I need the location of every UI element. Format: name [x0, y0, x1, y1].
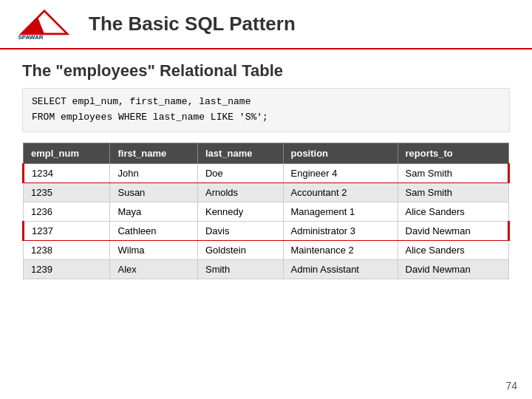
cell-reports_to: David Newman — [398, 259, 508, 279]
cell-position: Maintenance 2 — [283, 240, 398, 259]
cell-position: Engineer 4 — [283, 163, 398, 183]
col-header-empl-num: empl_num — [24, 143, 110, 163]
cell-last_name: Arnolds — [197, 183, 283, 202]
cell-position: Management 1 — [283, 202, 398, 221]
cell-empl_num: 1235 — [24, 183, 110, 202]
header: SPAWAR Systems Center ATLANTIC The Basic… — [0, 0, 532, 50]
cell-last_name: Goldstein — [197, 240, 283, 259]
col-header-reports-to: reports_to — [398, 143, 508, 163]
table-row: 1237CathleenDavisAdministrator 3David Ne… — [24, 221, 509, 240]
svg-marker-1 — [21, 18, 44, 34]
cell-reports_to: David Newman — [398, 221, 508, 240]
cell-last_name: Kennedy — [197, 202, 283, 221]
cell-empl_num: 1237 — [24, 221, 110, 240]
table-row: 1238WilmaGoldsteinMaintenance 2Alice San… — [24, 240, 509, 259]
cell-last_name: Davis — [197, 221, 283, 240]
table-row: 1234JohnDoeEngineer 4Sam Smith — [24, 163, 509, 183]
cell-last_name: Doe — [197, 163, 283, 183]
table-row: 1235SusanArnoldsAccountant 2Sam Smith — [24, 183, 509, 202]
table-row: 1239AlexSmithAdmin AssistantDavid Newman — [24, 259, 509, 279]
col-header-last-name: last_name — [197, 143, 283, 163]
page-number: 74 — [505, 380, 517, 392]
code-line-2: FROM employees WHERE last_name LIKE 'S%'… — [32, 110, 500, 126]
cell-first_name: Alex — [110, 259, 197, 279]
cell-reports_to: Sam Smith — [398, 183, 508, 202]
main-content: The "employees" Relational Table SELECT … — [0, 50, 532, 291]
cell-reports_to: Alice Sanders — [398, 202, 508, 221]
cell-first_name: Maya — [110, 202, 197, 221]
table-row: 1236MayaKennedyManagement 1Alice Sanders — [24, 202, 509, 221]
svg-text:SPAWAR: SPAWAR — [18, 34, 43, 41]
code-line-1: SELECT empl_num, first_name, last_name — [32, 95, 500, 110]
cell-first_name: Susan — [110, 183, 197, 202]
cell-first_name: Wilma — [110, 240, 197, 259]
page-title: The Basic SQL Pattern — [89, 13, 296, 35]
cell-empl_num: 1239 — [24, 259, 110, 279]
logo-area: SPAWAR Systems Center ATLANTIC — [15, 7, 74, 41]
cell-empl_num: 1234 — [24, 163, 110, 183]
cell-reports_to: Sam Smith — [398, 163, 508, 183]
cell-empl_num: 1236 — [24, 202, 110, 221]
spawar-logo: SPAWAR Systems Center ATLANTIC — [15, 7, 74, 41]
page-footer: 74 — [505, 380, 517, 392]
table-header-row: empl_num first_name last_name position r… — [24, 143, 509, 163]
cell-first_name: Cathleen — [110, 221, 197, 240]
section-title: The "employees" Relational Table — [22, 61, 510, 81]
cell-first_name: John — [110, 163, 197, 183]
cell-reports_to: Alice Sanders — [398, 240, 508, 259]
col-header-first-name: first_name — [110, 143, 197, 163]
cell-position: Admin Assistant — [283, 259, 398, 279]
cell-position: Accountant 2 — [283, 183, 398, 202]
cell-position: Administrator 3 — [283, 221, 398, 240]
sql-code-block: SELECT empl_num, first_name, last_name F… — [22, 88, 510, 132]
col-header-position: position — [283, 143, 398, 163]
cell-last_name: Smith — [197, 259, 283, 279]
cell-empl_num: 1238 — [24, 240, 110, 259]
employees-table: empl_num first_name last_name position r… — [22, 143, 510, 279]
